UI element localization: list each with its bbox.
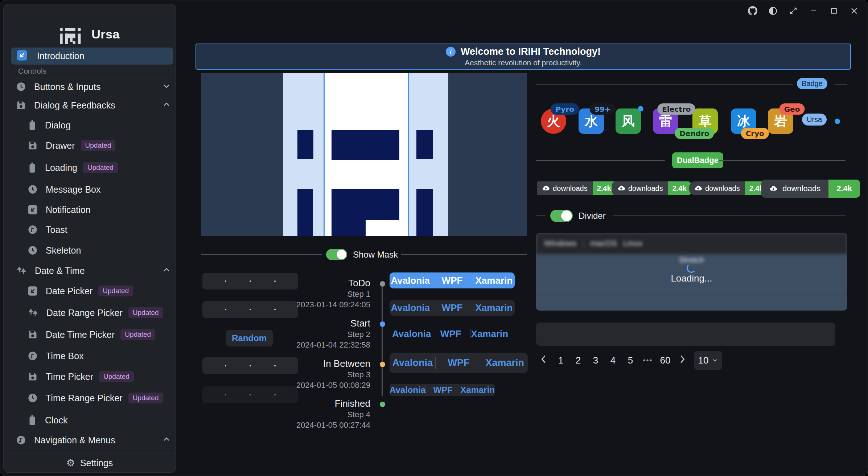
prev-page-icon[interactable]: [537, 355, 550, 366]
sidebar-item-date-picker[interactable]: Date PickerUpdated: [28, 283, 133, 299]
note-icon: [28, 351, 38, 361]
downloads-count: 2.4k: [668, 181, 691, 195]
selection-group-5[interactable]: AvaloniaWPFXamarin: [390, 384, 495, 396]
tab-windows[interactable]: Windows: [544, 239, 576, 248]
fullscreen-icon[interactable]: [789, 6, 798, 16]
dot-badge: [638, 106, 643, 111]
sidebar-item-notification[interactable]: Notification: [28, 202, 91, 218]
sidebar-item-time-box[interactable]: Time Box: [28, 348, 84, 364]
badge-tile-dendro: 草Dendro: [692, 108, 718, 134]
group-option-avalonia[interactable]: Avalonia: [390, 302, 431, 313]
sidebar-item-time-range-picker[interactable]: Time Range PickerUpdated: [28, 390, 163, 406]
downloads-label: downloads: [553, 184, 588, 193]
tab-linux[interactable]: Linux: [624, 239, 643, 248]
step-dot: [380, 402, 385, 407]
step-title: Finished: [283, 398, 370, 409]
page-button-1[interactable]: 1: [555, 355, 567, 366]
clock-icon: [28, 393, 38, 403]
sidebar-item-clock[interactable]: Clock: [28, 412, 68, 428]
badge-tile-99plus: 水99+: [579, 108, 604, 134]
sidebar-item-label: Date Range Picker: [46, 308, 123, 318]
standalone-badge: Ursa: [802, 114, 827, 126]
sidebar-item-skeleton[interactable]: Skeleton: [28, 242, 81, 258]
pagination: 12345•••60 10: [537, 351, 722, 370]
titlebar: [748, 0, 868, 21]
sidebar-item-buttons-inputs[interactable]: Buttons & Inputs: [16, 79, 100, 95]
sidebar-item-introduction[interactable]: Introduction: [11, 48, 173, 65]
sidebar-item-navigation-menus[interactable]: Navigation & Menus: [16, 432, 115, 448]
banner-title: Welcome to IRIHI Technology!: [461, 46, 601, 57]
maximize-icon[interactable]: [829, 6, 839, 16]
page-button-60[interactable]: 60: [659, 355, 671, 366]
cloud-download-icon: [769, 185, 777, 193]
sidebar-item-label: Date & Time: [35, 266, 85, 276]
sidebar-item-toast[interactable]: Toast: [28, 222, 67, 238]
divider-line: [835, 84, 847, 85]
page-button-4[interactable]: 4: [607, 355, 619, 366]
floppy-icon: [28, 329, 38, 340]
selection-group-2[interactable]: AvaloniaWPFXamarin: [390, 300, 515, 316]
group-option-wpf[interactable]: WPF: [431, 328, 470, 340]
downloads-label: downloads: [705, 184, 740, 193]
divider-line: [401, 254, 527, 255]
clock-icon: [16, 82, 26, 92]
selection-group-3[interactable]: AvaloniaWPFXamarin: [392, 326, 509, 341]
downloads-badge: downloads 2.4k: [537, 181, 616, 195]
page-button-3[interactable]: 3: [589, 355, 602, 366]
group-option-avalonia[interactable]: Avalonia: [392, 328, 431, 340]
sidebar-item-label: Drawer: [46, 140, 75, 151]
gear-icon: ⚙: [66, 458, 75, 468]
group-option-wpf[interactable]: WPF: [426, 385, 460, 395]
floppy-icon: [28, 372, 38, 382]
close-icon[interactable]: [850, 6, 859, 16]
divider-toggle[interactable]: [550, 210, 573, 222]
tab-macos[interactable]: macOS: [590, 239, 617, 248]
corner-badge: 99+: [590, 103, 616, 115]
minimize-icon[interactable]: [809, 6, 818, 16]
cloud-download-icon: [617, 184, 625, 192]
sidebar-item-loading[interactable]: LoadingUpdated: [28, 160, 118, 176]
next-page-icon[interactable]: [676, 355, 689, 366]
group-option-avalonia[interactable]: Avalonia: [390, 385, 425, 395]
group-option-xamarin[interactable]: Xamarin: [460, 385, 495, 395]
selection-group-4[interactable]: AvaloniaWPFXamarin: [390, 353, 528, 373]
sidebar-item-date-time[interactable]: Date & Time: [16, 263, 85, 279]
floppy-icon: [16, 100, 26, 110]
selection-group-1[interactable]: AvaloniaWPFXamarin: [390, 272, 515, 288]
loading-panel-tabs: Windows macOS Linux: [536, 233, 847, 254]
group-option-xamarin[interactable]: Xamarin: [482, 357, 528, 369]
theme-toggle-icon[interactable]: [768, 6, 778, 16]
group-option-wpf[interactable]: WPF: [431, 275, 473, 286]
trees-icon: [16, 266, 27, 276]
info-icon: i: [446, 47, 456, 57]
empty-input[interactable]: [536, 323, 835, 346]
group-option-xamarin[interactable]: Xamarin: [473, 302, 515, 313]
updated-badge: Updated: [128, 393, 163, 403]
sidebar-item-message-box[interactable]: Message Box: [28, 181, 100, 197]
settings-button[interactable]: ⚙ Settings: [4, 454, 176, 472]
sidebar-item-dialog[interactable]: Dialog: [28, 117, 71, 133]
sidebar-item-dialog-feedbacks[interactable]: Dialog & Feedbacks: [16, 97, 115, 113]
sidebar-item-date-time-picker[interactable]: Date Time PickerUpdated: [28, 327, 155, 342]
sidebar-item-date-range-picker[interactable]: Date Range PickerUpdated: [28, 305, 163, 321]
group-option-xamarin[interactable]: Xamarin: [470, 328, 509, 340]
chevron-up-icon: [163, 100, 170, 110]
sidebar-item-time-picker[interactable]: Time PickerUpdated: [28, 369, 134, 385]
group-option-xamarin[interactable]: Xamarin: [473, 275, 515, 286]
page-size-select[interactable]: 10: [694, 351, 722, 370]
step-dot: [380, 281, 385, 287]
tile-glyph: 水: [585, 112, 598, 130]
github-icon[interactable]: [748, 6, 757, 16]
group-option-wpf[interactable]: WPF: [436, 357, 481, 369]
app-title: Ursa: [91, 27, 120, 41]
sidebar-item-drawer[interactable]: DrawerUpdated: [28, 138, 115, 153]
page-size-value: 10: [698, 355, 709, 366]
random-button[interactable]: Random: [226, 330, 273, 346]
group-option-avalonia[interactable]: Avalonia: [390, 357, 435, 369]
page-button-5[interactable]: 5: [624, 355, 637, 366]
page-button-2[interactable]: 2: [572, 355, 584, 366]
group-option-avalonia[interactable]: Avalonia: [390, 275, 431, 286]
show-mask-toggle[interactable]: [326, 249, 347, 260]
group-option-wpf[interactable]: WPF: [431, 302, 473, 313]
battery-icon: [28, 162, 37, 173]
